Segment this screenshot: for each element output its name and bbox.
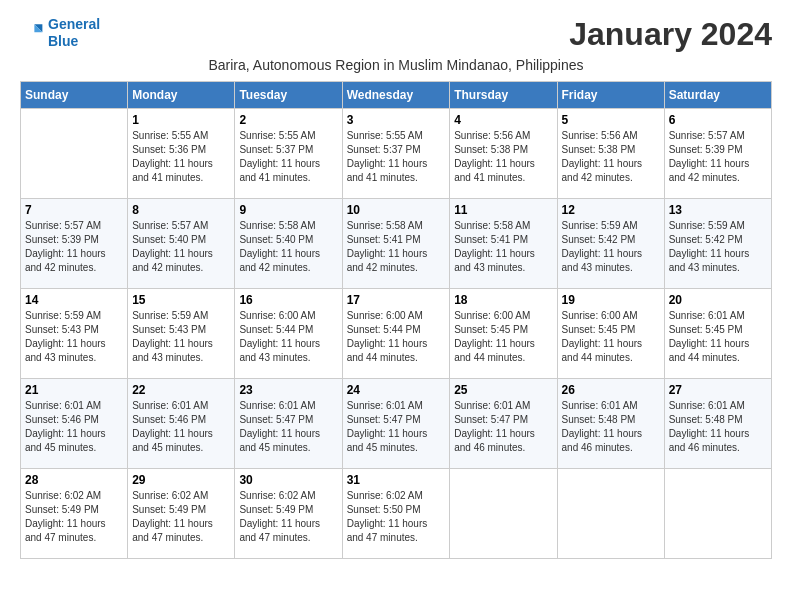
calendar-cell: 9Sunrise: 5:58 AM Sunset: 5:40 PM Daylig… — [235, 199, 342, 289]
day-number: 28 — [25, 473, 123, 487]
day-number: 17 — [347, 293, 446, 307]
calendar-cell: 13Sunrise: 5:59 AM Sunset: 5:42 PM Dayli… — [664, 199, 771, 289]
day-info: Sunrise: 5:59 AM Sunset: 5:43 PM Dayligh… — [132, 309, 230, 365]
subtitle: Barira, Autonomous Region in Muslim Mind… — [20, 57, 772, 73]
calendar-week-row: 14Sunrise: 5:59 AM Sunset: 5:43 PM Dayli… — [21, 289, 772, 379]
calendar-cell — [557, 469, 664, 559]
day-number: 25 — [454, 383, 552, 397]
day-info: Sunrise: 5:57 AM Sunset: 5:39 PM Dayligh… — [25, 219, 123, 275]
calendar-cell: 7Sunrise: 5:57 AM Sunset: 5:39 PM Daylig… — [21, 199, 128, 289]
calendar-cell: 23Sunrise: 6:01 AM Sunset: 5:47 PM Dayli… — [235, 379, 342, 469]
header-cell-saturday: Saturday — [664, 82, 771, 109]
calendar-cell: 24Sunrise: 6:01 AM Sunset: 5:47 PM Dayli… — [342, 379, 450, 469]
calendar-cell: 5Sunrise: 5:56 AM Sunset: 5:38 PM Daylig… — [557, 109, 664, 199]
day-number: 26 — [562, 383, 660, 397]
day-info: Sunrise: 5:55 AM Sunset: 5:36 PM Dayligh… — [132, 129, 230, 185]
day-number: 4 — [454, 113, 552, 127]
day-info: Sunrise: 6:01 AM Sunset: 5:47 PM Dayligh… — [239, 399, 337, 455]
day-number: 9 — [239, 203, 337, 217]
day-info: Sunrise: 5:57 AM Sunset: 5:40 PM Dayligh… — [132, 219, 230, 275]
logo-line1: General — [48, 16, 100, 32]
header-cell-friday: Friday — [557, 82, 664, 109]
logo-text: General Blue — [48, 16, 100, 50]
calendar-cell: 30Sunrise: 6:02 AM Sunset: 5:49 PM Dayli… — [235, 469, 342, 559]
calendar-cell: 31Sunrise: 6:02 AM Sunset: 5:50 PM Dayli… — [342, 469, 450, 559]
day-number: 16 — [239, 293, 337, 307]
day-number: 5 — [562, 113, 660, 127]
header-cell-sunday: Sunday — [21, 82, 128, 109]
calendar-cell: 28Sunrise: 6:02 AM Sunset: 5:49 PM Dayli… — [21, 469, 128, 559]
calendar-cell: 1Sunrise: 5:55 AM Sunset: 5:36 PM Daylig… — [128, 109, 235, 199]
day-number: 11 — [454, 203, 552, 217]
month-title: January 2024 — [569, 16, 772, 53]
day-number: 18 — [454, 293, 552, 307]
calendar-week-row: 7Sunrise: 5:57 AM Sunset: 5:39 PM Daylig… — [21, 199, 772, 289]
calendar-table: SundayMondayTuesdayWednesdayThursdayFrid… — [20, 81, 772, 559]
calendar-cell: 26Sunrise: 6:01 AM Sunset: 5:48 PM Dayli… — [557, 379, 664, 469]
calendar-cell: 21Sunrise: 6:01 AM Sunset: 5:46 PM Dayli… — [21, 379, 128, 469]
calendar-cell: 4Sunrise: 5:56 AM Sunset: 5:38 PM Daylig… — [450, 109, 557, 199]
calendar-cell: 20Sunrise: 6:01 AM Sunset: 5:45 PM Dayli… — [664, 289, 771, 379]
calendar-cell: 17Sunrise: 6:00 AM Sunset: 5:44 PM Dayli… — [342, 289, 450, 379]
day-number: 27 — [669, 383, 767, 397]
header-cell-thursday: Thursday — [450, 82, 557, 109]
logo: General Blue — [20, 16, 100, 50]
calendar-cell: 27Sunrise: 6:01 AM Sunset: 5:48 PM Dayli… — [664, 379, 771, 469]
day-number: 22 — [132, 383, 230, 397]
day-info: Sunrise: 5:58 AM Sunset: 5:40 PM Dayligh… — [239, 219, 337, 275]
day-info: Sunrise: 6:01 AM Sunset: 5:46 PM Dayligh… — [25, 399, 123, 455]
calendar-cell: 29Sunrise: 6:02 AM Sunset: 5:49 PM Dayli… — [128, 469, 235, 559]
day-number: 3 — [347, 113, 446, 127]
calendar-week-row: 21Sunrise: 6:01 AM Sunset: 5:46 PM Dayli… — [21, 379, 772, 469]
calendar-cell: 10Sunrise: 5:58 AM Sunset: 5:41 PM Dayli… — [342, 199, 450, 289]
header-cell-tuesday: Tuesday — [235, 82, 342, 109]
day-number: 21 — [25, 383, 123, 397]
calendar-cell: 14Sunrise: 5:59 AM Sunset: 5:43 PM Dayli… — [21, 289, 128, 379]
calendar-cell: 18Sunrise: 6:00 AM Sunset: 5:45 PM Dayli… — [450, 289, 557, 379]
calendar-cell — [450, 469, 557, 559]
day-info: Sunrise: 5:59 AM Sunset: 5:42 PM Dayligh… — [669, 219, 767, 275]
calendar-cell: 6Sunrise: 5:57 AM Sunset: 5:39 PM Daylig… — [664, 109, 771, 199]
day-info: Sunrise: 6:00 AM Sunset: 5:44 PM Dayligh… — [239, 309, 337, 365]
day-number: 1 — [132, 113, 230, 127]
calendar-header-row: SundayMondayTuesdayWednesdayThursdayFrid… — [21, 82, 772, 109]
calendar-week-row: 1Sunrise: 5:55 AM Sunset: 5:36 PM Daylig… — [21, 109, 772, 199]
day-info: Sunrise: 6:02 AM Sunset: 5:49 PM Dayligh… — [239, 489, 337, 545]
day-number: 14 — [25, 293, 123, 307]
day-info: Sunrise: 6:01 AM Sunset: 5:45 PM Dayligh… — [669, 309, 767, 365]
day-info: Sunrise: 6:01 AM Sunset: 5:46 PM Dayligh… — [132, 399, 230, 455]
calendar-cell: 12Sunrise: 5:59 AM Sunset: 5:42 PM Dayli… — [557, 199, 664, 289]
calendar-cell: 22Sunrise: 6:01 AM Sunset: 5:46 PM Dayli… — [128, 379, 235, 469]
day-info: Sunrise: 5:58 AM Sunset: 5:41 PM Dayligh… — [347, 219, 446, 275]
day-number: 31 — [347, 473, 446, 487]
calendar-cell: 11Sunrise: 5:58 AM Sunset: 5:41 PM Dayli… — [450, 199, 557, 289]
day-number: 24 — [347, 383, 446, 397]
day-info: Sunrise: 5:56 AM Sunset: 5:38 PM Dayligh… — [562, 129, 660, 185]
calendar-week-row: 28Sunrise: 6:02 AM Sunset: 5:49 PM Dayli… — [21, 469, 772, 559]
calendar-cell: 8Sunrise: 5:57 AM Sunset: 5:40 PM Daylig… — [128, 199, 235, 289]
day-info: Sunrise: 6:00 AM Sunset: 5:45 PM Dayligh… — [454, 309, 552, 365]
logo-line2: Blue — [48, 33, 78, 49]
day-info: Sunrise: 6:00 AM Sunset: 5:45 PM Dayligh… — [562, 309, 660, 365]
day-info: Sunrise: 6:02 AM Sunset: 5:49 PM Dayligh… — [132, 489, 230, 545]
calendar-cell — [664, 469, 771, 559]
day-number: 19 — [562, 293, 660, 307]
day-info: Sunrise: 6:01 AM Sunset: 5:47 PM Dayligh… — [454, 399, 552, 455]
day-number: 7 — [25, 203, 123, 217]
day-number: 13 — [669, 203, 767, 217]
day-info: Sunrise: 5:59 AM Sunset: 5:43 PM Dayligh… — [25, 309, 123, 365]
day-number: 15 — [132, 293, 230, 307]
day-info: Sunrise: 5:56 AM Sunset: 5:38 PM Dayligh… — [454, 129, 552, 185]
day-number: 12 — [562, 203, 660, 217]
calendar-cell: 16Sunrise: 6:00 AM Sunset: 5:44 PM Dayli… — [235, 289, 342, 379]
header-cell-monday: Monday — [128, 82, 235, 109]
calendar-cell: 19Sunrise: 6:00 AM Sunset: 5:45 PM Dayli… — [557, 289, 664, 379]
day-info: Sunrise: 6:02 AM Sunset: 5:50 PM Dayligh… — [347, 489, 446, 545]
day-info: Sunrise: 5:57 AM Sunset: 5:39 PM Dayligh… — [669, 129, 767, 185]
logo-icon — [20, 21, 44, 45]
day-number: 6 — [669, 113, 767, 127]
day-info: Sunrise: 6:00 AM Sunset: 5:44 PM Dayligh… — [347, 309, 446, 365]
day-number: 20 — [669, 293, 767, 307]
calendar-cell — [21, 109, 128, 199]
day-number: 8 — [132, 203, 230, 217]
